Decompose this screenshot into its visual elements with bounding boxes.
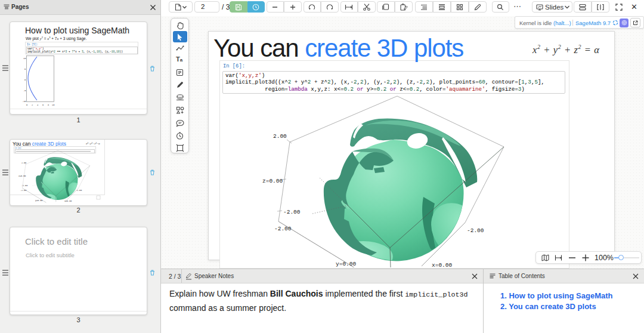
svg-text:z=0.00: z=0.00: [262, 178, 283, 184]
svg-text:-2.00: -2.00: [467, 227, 484, 234]
svg-text:x=0.00: x=0.00: [432, 262, 453, 267]
svg-text:6: 6: [42, 104, 44, 106]
svg-text:z=0.00: z=0.00: [18, 175, 26, 177]
svg-text:2: 2: [32, 104, 33, 106]
svg-text:y=0.00: y=0.00: [336, 261, 357, 267]
svg-text:10: 10: [23, 57, 26, 60]
svg-text:-2.00: -2.00: [20, 189, 26, 192]
svg-text:8: 8: [48, 104, 49, 106]
svg-text:5: 5: [24, 68, 26, 70]
svg-text:y=0.00: y=0.00: [35, 199, 42, 202]
svg-text:x=0.00: x=0.00: [64, 200, 72, 202]
svg-text:2.00: 2.00: [21, 162, 26, 164]
svg-text:-2.00: -2.00: [274, 226, 292, 232]
svg-text:-2.00: -2.00: [283, 209, 301, 215]
svg-text:-2.00: -2.00: [21, 184, 27, 187]
svg-text:4: 4: [37, 104, 38, 106]
svg-text:-2.00: -2.00: [76, 189, 82, 192]
svg-text:2.00: 2.00: [273, 133, 287, 140]
svg-text:0: 0: [26, 104, 27, 106]
svg-text:-5: -5: [23, 90, 26, 92]
svg-text:-10: -10: [22, 100, 26, 103]
svg-text:0: 0: [24, 79, 26, 81]
svg-text:10: 10: [52, 104, 54, 106]
